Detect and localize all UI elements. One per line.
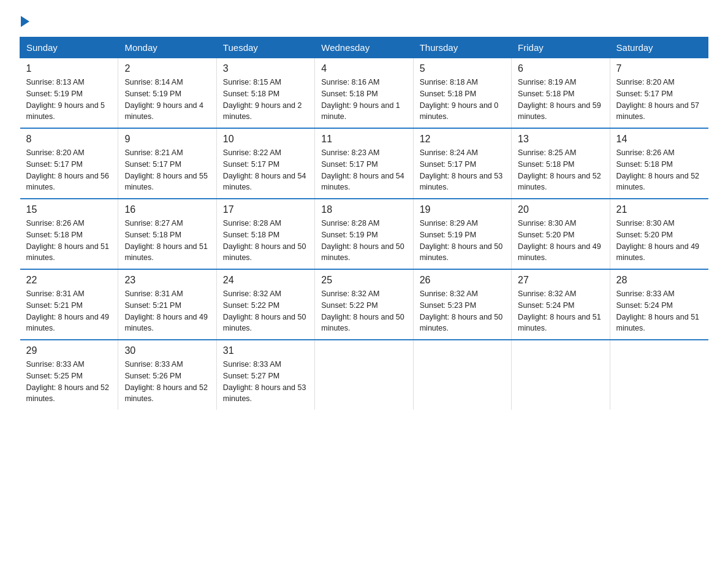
day-info: Sunrise: 8:20 AM Sunset: 5:17 PM Dayligh… bbox=[26, 147, 112, 193]
day-number: 11 bbox=[321, 134, 406, 145]
day-info: Sunrise: 8:33 AM Sunset: 5:25 PM Dayligh… bbox=[26, 359, 112, 405]
week-row-4: 22 Sunrise: 8:31 AM Sunset: 5:21 PM Dayl… bbox=[20, 269, 708, 340]
day-number: 12 bbox=[420, 134, 505, 145]
day-info: Sunrise: 8:30 AM Sunset: 5:20 PM Dayligh… bbox=[518, 218, 603, 264]
calendar-cell: 18 Sunrise: 8:28 AM Sunset: 5:19 PM Dayl… bbox=[315, 199, 413, 269]
day-number: 8 bbox=[26, 134, 112, 145]
day-info: Sunrise: 8:33 AM Sunset: 5:27 PM Dayligh… bbox=[223, 359, 308, 405]
day-info: Sunrise: 8:18 AM Sunset: 5:18 PM Dayligh… bbox=[420, 77, 505, 123]
calendar-cell: 7 Sunrise: 8:20 AM Sunset: 5:17 PM Dayli… bbox=[610, 58, 708, 129]
day-number: 4 bbox=[321, 63, 406, 74]
day-info: Sunrise: 8:20 AM Sunset: 5:17 PM Dayligh… bbox=[616, 77, 702, 123]
calendar-cell: 4 Sunrise: 8:16 AM Sunset: 5:18 PM Dayli… bbox=[315, 58, 413, 129]
calendar-cell: 21 Sunrise: 8:30 AM Sunset: 5:20 PM Dayl… bbox=[610, 199, 708, 269]
day-number: 14 bbox=[616, 134, 702, 145]
header-saturday: Saturday bbox=[610, 37, 708, 58]
calendar-cell: 20 Sunrise: 8:30 AM Sunset: 5:20 PM Dayl… bbox=[512, 199, 610, 269]
calendar-cell: 17 Sunrise: 8:28 AM Sunset: 5:18 PM Dayl… bbox=[216, 199, 314, 269]
week-row-5: 29 Sunrise: 8:33 AM Sunset: 5:25 PM Dayl… bbox=[20, 340, 708, 410]
day-info: Sunrise: 8:13 AM Sunset: 5:19 PM Dayligh… bbox=[26, 77, 112, 123]
calendar-cell: 29 Sunrise: 8:33 AM Sunset: 5:25 PM Dayl… bbox=[20, 340, 118, 410]
day-info: Sunrise: 8:28 AM Sunset: 5:18 PM Dayligh… bbox=[223, 218, 308, 264]
calendar-cell: 27 Sunrise: 8:32 AM Sunset: 5:24 PM Dayl… bbox=[512, 269, 610, 340]
day-info: Sunrise: 8:21 AM Sunset: 5:17 PM Dayligh… bbox=[124, 147, 210, 193]
logo bbox=[20, 15, 29, 27]
day-info: Sunrise: 8:24 AM Sunset: 5:17 PM Dayligh… bbox=[420, 147, 505, 193]
calendar-cell: 2 Sunrise: 8:14 AM Sunset: 5:19 PM Dayli… bbox=[118, 58, 216, 129]
day-info: Sunrise: 8:32 AM Sunset: 5:22 PM Dayligh… bbox=[223, 288, 308, 334]
header-friday: Friday bbox=[512, 37, 610, 58]
week-row-1: 1 Sunrise: 8:13 AM Sunset: 5:19 PM Dayli… bbox=[20, 58, 708, 129]
calendar-cell bbox=[512, 340, 610, 410]
day-number: 24 bbox=[223, 275, 308, 286]
day-number: 3 bbox=[223, 63, 308, 74]
calendar-cell: 12 Sunrise: 8:24 AM Sunset: 5:17 PM Dayl… bbox=[413, 128, 511, 199]
day-number: 19 bbox=[420, 204, 505, 215]
calendar-cell: 19 Sunrise: 8:29 AM Sunset: 5:19 PM Dayl… bbox=[413, 199, 511, 269]
calendar-cell: 8 Sunrise: 8:20 AM Sunset: 5:17 PM Dayli… bbox=[20, 128, 118, 199]
calendar-cell: 11 Sunrise: 8:23 AM Sunset: 5:17 PM Dayl… bbox=[315, 128, 413, 199]
day-number: 6 bbox=[518, 63, 603, 74]
day-info: Sunrise: 8:31 AM Sunset: 5:21 PM Dayligh… bbox=[26, 288, 112, 334]
calendar-cell: 31 Sunrise: 8:33 AM Sunset: 5:27 PM Dayl… bbox=[216, 340, 314, 410]
day-info: Sunrise: 8:33 AM Sunset: 5:24 PM Dayligh… bbox=[616, 288, 702, 334]
day-number: 2 bbox=[124, 63, 210, 74]
day-number: 21 bbox=[616, 204, 702, 215]
day-info: Sunrise: 8:32 AM Sunset: 5:23 PM Dayligh… bbox=[420, 288, 505, 334]
calendar-cell: 23 Sunrise: 8:31 AM Sunset: 5:21 PM Dayl… bbox=[118, 269, 216, 340]
day-info: Sunrise: 8:25 AM Sunset: 5:18 PM Dayligh… bbox=[518, 147, 603, 193]
calendar-cell: 10 Sunrise: 8:22 AM Sunset: 5:17 PM Dayl… bbox=[216, 128, 314, 199]
day-number: 31 bbox=[223, 345, 308, 356]
calendar-cell: 9 Sunrise: 8:21 AM Sunset: 5:17 PM Dayli… bbox=[118, 128, 216, 199]
calendar-cell: 1 Sunrise: 8:13 AM Sunset: 5:19 PM Dayli… bbox=[20, 58, 118, 129]
logo-blue-text bbox=[20, 15, 29, 27]
day-number: 23 bbox=[124, 275, 210, 286]
day-number: 18 bbox=[321, 204, 406, 215]
day-info: Sunrise: 8:30 AM Sunset: 5:20 PM Dayligh… bbox=[616, 218, 702, 264]
day-number: 10 bbox=[223, 134, 308, 145]
day-number: 9 bbox=[124, 134, 210, 145]
day-info: Sunrise: 8:16 AM Sunset: 5:18 PM Dayligh… bbox=[321, 77, 406, 123]
day-number: 28 bbox=[616, 275, 702, 286]
calendar-cell: 25 Sunrise: 8:32 AM Sunset: 5:22 PM Dayl… bbox=[315, 269, 413, 340]
day-info: Sunrise: 8:32 AM Sunset: 5:22 PM Dayligh… bbox=[321, 288, 406, 334]
calendar-cell: 24 Sunrise: 8:32 AM Sunset: 5:22 PM Dayl… bbox=[216, 269, 314, 340]
calendar-cell: 22 Sunrise: 8:31 AM Sunset: 5:21 PM Dayl… bbox=[20, 269, 118, 340]
calendar-cell: 26 Sunrise: 8:32 AM Sunset: 5:23 PM Dayl… bbox=[413, 269, 511, 340]
header-monday: Monday bbox=[118, 37, 216, 58]
calendar-cell: 14 Sunrise: 8:26 AM Sunset: 5:18 PM Dayl… bbox=[610, 128, 708, 199]
day-info: Sunrise: 8:32 AM Sunset: 5:24 PM Dayligh… bbox=[518, 288, 603, 334]
week-row-2: 8 Sunrise: 8:20 AM Sunset: 5:17 PM Dayli… bbox=[20, 128, 708, 199]
day-number: 22 bbox=[26, 275, 112, 286]
day-info: Sunrise: 8:31 AM Sunset: 5:21 PM Dayligh… bbox=[124, 288, 210, 334]
day-info: Sunrise: 8:33 AM Sunset: 5:26 PM Dayligh… bbox=[124, 359, 210, 405]
day-info: Sunrise: 8:22 AM Sunset: 5:17 PM Dayligh… bbox=[223, 147, 308, 193]
day-number: 5 bbox=[420, 63, 505, 74]
day-number: 7 bbox=[616, 63, 702, 74]
logo-arrow-icon bbox=[21, 16, 29, 27]
day-info: Sunrise: 8:26 AM Sunset: 5:18 PM Dayligh… bbox=[616, 147, 702, 193]
calendar-cell: 3 Sunrise: 8:15 AM Sunset: 5:18 PM Dayli… bbox=[216, 58, 314, 129]
day-info: Sunrise: 8:29 AM Sunset: 5:19 PM Dayligh… bbox=[420, 218, 505, 264]
day-number: 1 bbox=[26, 63, 112, 74]
day-info: Sunrise: 8:23 AM Sunset: 5:17 PM Dayligh… bbox=[321, 147, 406, 193]
day-number: 27 bbox=[518, 275, 603, 286]
calendar-cell: 5 Sunrise: 8:18 AM Sunset: 5:18 PM Dayli… bbox=[413, 58, 511, 129]
calendar-cell bbox=[413, 340, 511, 410]
calendar-cell: 13 Sunrise: 8:25 AM Sunset: 5:18 PM Dayl… bbox=[512, 128, 610, 199]
header-wednesday: Wednesday bbox=[315, 37, 413, 58]
header-thursday: Thursday bbox=[413, 37, 511, 58]
day-number: 15 bbox=[26, 204, 112, 215]
day-info: Sunrise: 8:14 AM Sunset: 5:19 PM Dayligh… bbox=[124, 77, 210, 123]
day-info: Sunrise: 8:27 AM Sunset: 5:18 PM Dayligh… bbox=[124, 218, 210, 264]
calendar-cell bbox=[610, 340, 708, 410]
calendar-cell: 28 Sunrise: 8:33 AM Sunset: 5:24 PM Dayl… bbox=[610, 269, 708, 340]
calendar-cell: 16 Sunrise: 8:27 AM Sunset: 5:18 PM Dayl… bbox=[118, 199, 216, 269]
day-number: 26 bbox=[420, 275, 505, 286]
day-number: 29 bbox=[26, 345, 112, 356]
calendar-header-row: SundayMondayTuesdayWednesdayThursdayFrid… bbox=[20, 37, 708, 58]
day-info: Sunrise: 8:26 AM Sunset: 5:18 PM Dayligh… bbox=[26, 218, 112, 264]
calendar-cell: 30 Sunrise: 8:33 AM Sunset: 5:26 PM Dayl… bbox=[118, 340, 216, 410]
day-number: 30 bbox=[124, 345, 210, 356]
page-header bbox=[20, 15, 708, 27]
